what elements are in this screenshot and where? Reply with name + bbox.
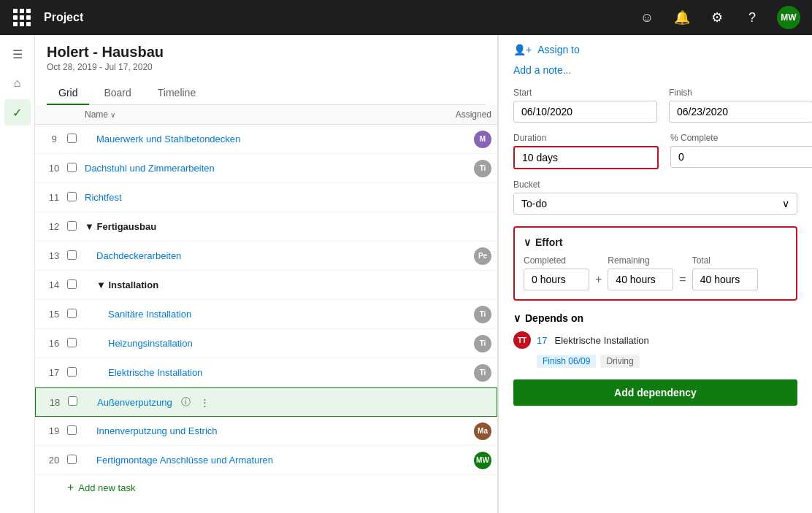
assign-to-label: Assign to	[537, 44, 580, 55]
task-name: Sanitäre Installation	[85, 309, 433, 320]
task-checkbox[interactable]	[67, 338, 85, 350]
content-area: Holert - Hausbau Oct 28, 2019 - Jul 17, …	[35, 35, 812, 513]
finish-input[interactable]	[669, 101, 812, 123]
table-row: 13 Dachdeckerarbeiten Pe	[35, 242, 497, 271]
start-label: Start	[513, 88, 657, 98]
tab-grid[interactable]: Grid	[47, 81, 89, 104]
task-checkbox[interactable]	[67, 221, 85, 233]
depends-tags: Finish 06/09 Driving	[513, 355, 797, 368]
sidebar-home-icon[interactable]: ⌂	[4, 70, 31, 96]
task-checkbox[interactable]	[67, 163, 85, 174]
total-input[interactable]	[692, 269, 758, 290]
task-checkbox[interactable]	[67, 455, 85, 466]
more-icon-button[interactable]: ⋮	[197, 394, 213, 410]
task-checkbox[interactable]	[67, 425, 85, 437]
add-dependency-button[interactable]: Add dependency	[513, 379, 797, 406]
task-name: Elektrische Installation	[85, 367, 433, 378]
app-grid-button[interactable]	[12, 7, 32, 28]
row-number: 13	[41, 250, 67, 261]
sidebar-check-icon[interactable]: ✓	[4, 99, 31, 126]
nav-icons: ☺ 🔔 ⚙ ? MW	[637, 6, 800, 29]
row-number: 15	[41, 309, 67, 320]
top-nav: Project ☺ 🔔 ⚙ ? MW	[0, 0, 812, 35]
row-number: 17	[41, 367, 67, 378]
complete-input[interactable]	[670, 146, 812, 168]
completed-input[interactable]	[524, 269, 589, 290]
tab-board[interactable]: Board	[92, 81, 142, 104]
project-title: Holert - Hausbau	[47, 44, 486, 61]
avatar: Ma	[474, 423, 491, 440]
task-checkbox[interactable]	[67, 250, 85, 262]
chevron-down-icon: ∨	[782, 198, 789, 209]
avatar: M	[474, 131, 491, 148]
row-number: 12	[41, 221, 67, 232]
remaining-input[interactable]	[608, 269, 673, 290]
person-add-icon: 👤+	[513, 44, 532, 55]
table-row-selected[interactable]: 18 Außenverputzung ⓘ ⋮	[35, 387, 497, 417]
task-name: Mauerwerk und Stahlbetondecken	[85, 134, 433, 144]
task-name: Dachdeckerarbeiten	[85, 250, 433, 261]
task-checkbox[interactable]	[67, 309, 85, 320]
effort-row: Completed + Remaining = Total	[524, 255, 787, 290]
row-number: 18	[42, 397, 68, 408]
driving-tag: Driving	[600, 355, 639, 368]
effort-header[interactable]: ∨ Effort	[524, 236, 787, 248]
task-name: Heizungsinstallation	[85, 338, 433, 349]
row-number: 19	[41, 425, 67, 436]
completed-col: Completed	[524, 255, 589, 290]
assign-to-row[interactable]: 👤+ Assign to	[513, 44, 797, 55]
col-assigned-header: Assigned	[433, 109, 491, 120]
table-row: 12 ▼ Fertigausbau	[35, 212, 497, 242]
user-avatar[interactable]: MW	[777, 6, 800, 29]
total-label: Total	[692, 255, 758, 266]
effort-label: Effort	[535, 236, 562, 248]
task-checkbox[interactable]	[67, 367, 85, 379]
sidebar-menu-icon[interactable]: ☰	[4, 41, 31, 67]
duration-group: Duration	[513, 133, 659, 169]
completed-label: Completed	[524, 255, 589, 266]
depends-header[interactable]: ∨ Depends on	[513, 312, 797, 324]
task-name-subgroup: ▼ Installation	[85, 279, 433, 290]
table-row: 14 ▼ Installation	[35, 271, 497, 300]
depends-section: ∨ Depends on TT 17 Elektrische Installat…	[513, 312, 797, 368]
sort-arrow: ∨	[110, 111, 115, 119]
task-checkbox[interactable]	[67, 192, 85, 204]
add-task-label: Add new task	[78, 482, 135, 493]
task-checkbox[interactable]	[67, 134, 85, 145]
right-panel-content: 👤+ Assign to Add a note... Start Finish	[499, 35, 812, 420]
duration-complete-row: Duration % Complete	[513, 133, 797, 169]
avatar: Ti	[474, 160, 491, 177]
bucket-select[interactable]: To-do ∨	[513, 193, 797, 215]
task-checkbox[interactable]	[68, 396, 85, 408]
depends-item: TT 17 Elektrische Installation	[513, 331, 797, 349]
notifications-button[interactable]: 🔔	[672, 7, 692, 28]
info-icon-button[interactable]: ⓘ	[178, 394, 194, 410]
table-row: 16 Heizungsinstallation Ti	[35, 329, 497, 358]
table-row: 17 Elektrische Installation Ti	[35, 358, 497, 387]
add-note-link[interactable]: Add a note...	[513, 64, 797, 76]
settings-button[interactable]: ⚙	[707, 7, 727, 28]
avatar: Pe	[474, 247, 491, 265]
remaining-col: Remaining	[608, 255, 673, 290]
emoji-button[interactable]: ☺	[637, 7, 657, 28]
start-input[interactable]	[513, 101, 657, 123]
help-button[interactable]: ?	[742, 7, 762, 28]
task-assigned: Ti	[433, 364, 491, 382]
row-number: 20	[41, 455, 67, 466]
avatar: Ti	[474, 364, 491, 382]
task-checkbox[interactable]	[67, 279, 85, 291]
project-tabs: Grid Board Timeline	[47, 81, 486, 105]
start-finish-row: Start Finish	[513, 88, 797, 123]
tab-timeline[interactable]: Timeline	[146, 81, 207, 104]
add-task-row[interactable]: + Add new task	[35, 475, 497, 500]
duration-input[interactable]	[513, 146, 659, 169]
table-row: 11 Richtfest	[35, 183, 497, 212]
dep-avatar: TT	[513, 331, 531, 349]
depends-num: 17	[537, 335, 547, 346]
plus-icon: +	[67, 481, 74, 494]
row-number: 10	[41, 163, 67, 174]
plus-operator: +	[595, 260, 602, 286]
col-name-header[interactable]: Name ∨	[85, 109, 433, 120]
app-title: Project	[44, 11, 625, 24]
chevron-down-icon: ∨	[513, 312, 521, 324]
